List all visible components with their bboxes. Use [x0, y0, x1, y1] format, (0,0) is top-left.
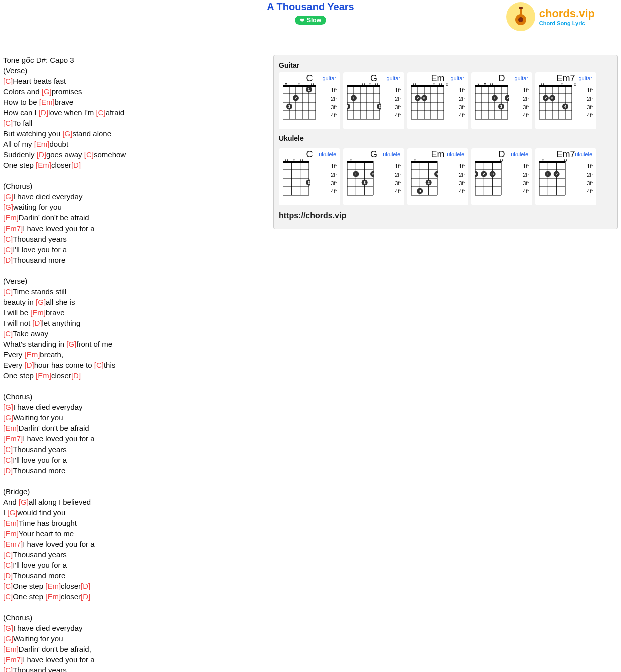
lyric-text: afraid: [106, 108, 125, 117]
lyric-text: goes away: [46, 150, 84, 159]
chord-token[interactable]: [C]: [3, 456, 13, 464]
chord-token[interactable]: [G]: [62, 129, 72, 138]
chord-token[interactable]: [C]: [3, 119, 13, 127]
chord-token[interactable]: [Em]: [30, 308, 46, 317]
tempo-badge[interactable]: ❤ Slow: [295, 16, 326, 25]
chord-token[interactable]: [Em]: [45, 592, 61, 601]
chord-token[interactable]: [C]: [3, 666, 13, 672]
instrument-link[interactable]: ukulele: [319, 151, 336, 157]
chord-token[interactable]: [D]: [39, 108, 48, 117]
chord-token[interactable]: [G]: [3, 403, 13, 411]
chord-token[interactable]: [Em7]: [3, 224, 23, 233]
chord-token[interactable]: [D]: [3, 571, 13, 580]
instrument-link[interactable]: ukulele: [447, 151, 464, 157]
instrument-link[interactable]: guitar: [450, 75, 464, 81]
lyric-line: (Bridge): [3, 486, 268, 497]
svg-text:1: 1: [353, 96, 355, 100]
chord-token[interactable]: [C]: [3, 561, 13, 569]
chord-diagram-em7-guitar[interactable]: Em7guitarooo2341fr2fr3fr4fr: [535, 72, 596, 129]
chord-token[interactable]: [D]: [3, 466, 13, 475]
instrument-link[interactable]: ukulele: [575, 151, 592, 157]
chord-diagram-g-guitar[interactable]: Gguitarooo1231fr2fr3fr4fr: [343, 72, 404, 129]
chord-token[interactable]: [C]: [3, 287, 13, 296]
chord-token[interactable]: [D]: [25, 361, 34, 369]
chord-token[interactable]: [C]: [3, 245, 13, 254]
lyric-text: beauty in: [3, 298, 36, 306]
chord-token[interactable]: [G]: [7, 508, 17, 517]
lyric-text: Darlin' don't be afraid: [19, 424, 89, 432]
chord-token[interactable]: [D]: [81, 592, 90, 601]
lyric-line: (Chorus): [3, 391, 268, 402]
chord-token[interactable]: [C]: [94, 361, 104, 369]
chord-token[interactable]: [D]: [37, 150, 46, 159]
chord-token[interactable]: [D]: [81, 582, 90, 590]
lyric-line: [C]Thousand years: [3, 549, 268, 560]
lyric-line: One step [Em]closer[D]: [3, 160, 268, 170]
instrument-link[interactable]: ukulele: [383, 151, 400, 157]
lyric-text: I'll love you for a: [13, 561, 67, 569]
chord-token[interactable]: [Em7]: [3, 540, 23, 548]
chord-token[interactable]: [C]: [3, 582, 13, 590]
chord-token[interactable]: [C]: [3, 77, 13, 85]
chord-token[interactable]: [Em]: [34, 140, 50, 148]
chord-diagram-d-ukulele[interactable]: Dukuleleo1231fr2fr3fr4fr: [471, 148, 532, 205]
chord-token[interactable]: [D]: [71, 371, 81, 380]
chord-token[interactable]: [Em]: [36, 161, 51, 169]
instrument-link[interactable]: guitar: [578, 75, 592, 81]
chord-token[interactable]: [Em7]: [3, 655, 23, 664]
chord-diagram-panel: Guitar Cguitarxoo1231fr2fr3fr4frGguitaro…: [273, 55, 618, 229]
chord-token[interactable]: [Em]: [3, 213, 19, 222]
svg-text:2: 2: [427, 180, 430, 185]
chord-token[interactable]: [G]: [3, 413, 13, 422]
chord-token[interactable]: [C]: [3, 550, 13, 559]
chord-token[interactable]: [G]: [19, 498, 29, 506]
instrument-link[interactable]: guitar: [514, 75, 528, 81]
chord-token[interactable]: [C]: [96, 108, 105, 117]
instrument-link[interactable]: guitar: [322, 75, 336, 81]
lyric-line: One step [Em]closer[D]: [3, 370, 268, 381]
chord-diagram-d-guitar[interactable]: Dguitarxxo1231fr2fr3fr4fr: [471, 72, 532, 129]
lyric-text: front of me: [76, 340, 112, 348]
lyric-text: One step: [13, 592, 45, 601]
chord-token[interactable]: [G]: [3, 634, 13, 643]
chord-token[interactable]: [G]: [3, 624, 13, 632]
chord-token[interactable]: [Em7]: [3, 434, 23, 443]
fret-board: 123: [347, 85, 381, 120]
svg-text:3: 3: [419, 189, 421, 193]
chord-token[interactable]: [Em]: [3, 645, 19, 653]
chord-diagram-em-guitar[interactable]: Emguitaroooo231fr2fr3fr4fr: [407, 72, 468, 129]
instrument-link[interactable]: guitar: [386, 75, 400, 81]
chord-token[interactable]: [G]: [3, 203, 13, 211]
chord-token[interactable]: [Em]: [3, 424, 19, 432]
chord-token[interactable]: [G]: [36, 298, 46, 306]
chord-diagram-em7-ukulele[interactable]: Em7ukuleleoo121fr2fr3fr4fr: [535, 148, 596, 205]
chord-token[interactable]: [C]: [3, 445, 13, 454]
chord-token[interactable]: [Em]: [3, 529, 19, 538]
chord-token[interactable]: [D]: [71, 161, 81, 169]
lyric-text: closer: [51, 161, 71, 169]
site-url[interactable]: https://chords.vip: [279, 211, 612, 220]
site-logo[interactable]: chords.vip Chord Song Lyric: [506, 2, 595, 31]
chord-token[interactable]: [Em]: [36, 371, 51, 380]
chord-token[interactable]: [Em]: [45, 582, 61, 590]
chord-token[interactable]: [C]: [3, 329, 13, 338]
chord-diagram-g-ukulele[interactable]: Gukuleleo1231fr2fr3fr4fr: [343, 148, 404, 205]
lyric-line: [C]Thousand years: [3, 444, 268, 455]
chord-token[interactable]: [D]: [3, 256, 13, 264]
chord-token[interactable]: [C]: [84, 150, 94, 159]
chord-token[interactable]: [Em]: [39, 98, 55, 106]
lyric-line: What's standing in [G]front of me: [3, 339, 268, 349]
chord-diagram-c-guitar[interactable]: Cguitarxoo1231fr2fr3fr4fr: [279, 72, 340, 129]
chord-diagram-c-ukulele[interactable]: Cukuleleooo31fr2fr3fr4fr: [279, 148, 340, 205]
lyric-line: Tone gốc D#: Capo 3: [3, 55, 268, 65]
chord-token[interactable]: [Em]: [25, 350, 40, 359]
chord-token[interactable]: [D]: [32, 319, 42, 327]
chord-diagram-em-ukulele[interactable]: Emukuleleo1231fr2fr3fr4fr: [407, 148, 468, 205]
chord-token[interactable]: [C]: [3, 592, 13, 601]
chord-token[interactable]: [G]: [42, 87, 52, 96]
chord-token[interactable]: [G]: [66, 340, 76, 348]
instrument-link[interactable]: ukulele: [511, 151, 528, 157]
chord-token[interactable]: [G]: [3, 192, 13, 201]
chord-token[interactable]: [C]: [3, 235, 13, 243]
chord-token[interactable]: [Em]: [3, 519, 19, 527]
